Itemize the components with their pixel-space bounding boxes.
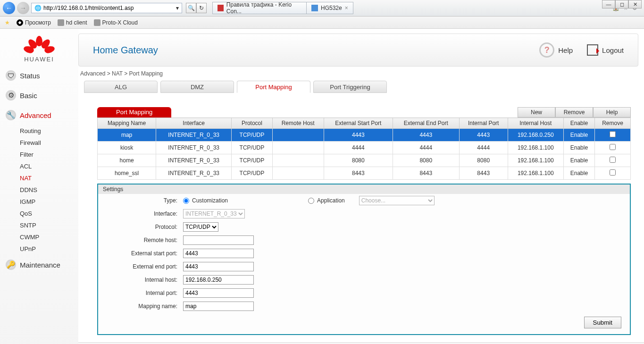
row-protocol: Protocol: TCP/UDP xyxy=(98,220,630,234)
logo: HUAWEI xyxy=(0,33,78,66)
wrench-icon: 🔧 xyxy=(6,110,16,120)
table-cell: TCP/UDP xyxy=(232,154,272,167)
remove-checkbox[interactable] xyxy=(610,169,616,176)
int-host-input[interactable] xyxy=(183,275,254,285)
ext-start-input[interactable] xyxy=(183,249,254,258)
sub-filter[interactable]: Filter xyxy=(20,149,78,160)
nav-status[interactable]: 🛡Status xyxy=(0,66,78,85)
tab-alg[interactable]: ALG xyxy=(84,81,158,93)
favorite-item[interactable]: hd client xyxy=(58,19,87,26)
table-row[interactable]: homeINTERNET_R_0_33TCP/UDP80808080808019… xyxy=(98,154,631,167)
advanced-submenu: Routing Firewall Filter ACL NAT DDNS IGM… xyxy=(0,125,78,255)
table-cell: 4444 xyxy=(324,142,393,154)
submit-button[interactable]: Submit xyxy=(584,317,621,328)
remove-button[interactable]: Remove xyxy=(555,107,593,117)
sub-acl[interactable]: ACL xyxy=(20,160,78,172)
sub-firewall[interactable]: Firewall xyxy=(20,137,78,149)
label-ext-end: External end port: xyxy=(117,263,183,270)
remove-checkbox[interactable] xyxy=(610,157,616,163)
search-icon[interactable]: 🔍 xyxy=(186,3,196,13)
interface-select[interactable]: INTERNET_R_0_33 xyxy=(183,209,245,218)
table-cell: Enable xyxy=(563,142,594,154)
tab-favicon xyxy=(217,5,224,11)
table-help-button[interactable]: Help xyxy=(593,107,631,117)
address-bar[interactable]: 🌐 ▾ xyxy=(31,3,182,13)
help-icon: ? xyxy=(539,42,554,58)
eye-icon xyxy=(17,19,23,26)
application-select[interactable]: Choose... xyxy=(359,196,435,205)
table-cell xyxy=(272,142,324,154)
label-map-name: Mapping name: xyxy=(117,303,183,310)
radio-application[interactable] xyxy=(308,198,314,204)
table-cell: 4443 xyxy=(459,129,508,142)
topbar: Home Gateway ?Help Logout xyxy=(78,34,638,67)
browser-tab[interactable]: HG532e × xyxy=(306,2,353,14)
column-header: Remove xyxy=(595,118,631,129)
add-favorite-icon[interactable]: ★ xyxy=(5,19,10,26)
nav-advanced[interactable]: 🔧Advanced xyxy=(0,105,78,125)
favorite-item[interactable]: Просмотр xyxy=(17,19,51,26)
tab-label: HG532e xyxy=(321,5,342,11)
table-cell: 4443 xyxy=(324,129,393,142)
logout-link[interactable]: Logout xyxy=(587,44,624,56)
remote-host-input[interactable] xyxy=(183,235,254,245)
column-header: External Start Port xyxy=(324,118,393,129)
back-button[interactable]: ← xyxy=(3,2,15,14)
table-cell: 4443 xyxy=(393,129,459,142)
table-cell: INTERNET_R_0_33 xyxy=(156,154,232,167)
table-row[interactable]: kioskINTERNET_R_0_33TCP/UDP4444444444441… xyxy=(98,142,631,154)
remove-checkbox[interactable] xyxy=(610,144,616,150)
table-row[interactable]: mapINTERNET_R_0_33TCP/UDP444344434443192… xyxy=(98,129,631,142)
column-header: External End Port xyxy=(393,118,459,129)
minimize-button[interactable]: — xyxy=(602,0,615,8)
int-port-input[interactable] xyxy=(183,288,254,298)
tab-port-triggering[interactable]: Port Triggering xyxy=(313,81,387,93)
page: HUAWEI 🛡Status ⚙Basic 🔧Advanced Routing … xyxy=(0,29,644,344)
sub-cwmp[interactable]: CWMP xyxy=(20,231,78,243)
protocol-select[interactable]: TCP/UDP xyxy=(183,222,218,232)
radio-customization-label: Customization xyxy=(192,197,228,204)
sub-nat[interactable]: NAT xyxy=(20,172,78,184)
dropdown-icon[interactable]: ▾ xyxy=(176,5,179,11)
close-window-button[interactable]: ✕ xyxy=(628,0,642,8)
table-row[interactable]: home_sslINTERNET_R_0_33TCP/UDP8443844384… xyxy=(98,167,631,180)
column-header: Enable xyxy=(563,118,594,129)
table-cell xyxy=(595,154,631,167)
label-remote: Remote host: xyxy=(117,237,183,243)
tab-port-mapping[interactable]: Port Mapping xyxy=(237,81,310,93)
favorite-item[interactable]: Proto-X Cloud xyxy=(94,19,138,26)
url-input[interactable] xyxy=(43,5,174,11)
row-remote: Remote host: xyxy=(98,234,630,247)
sub-qos[interactable]: QoS xyxy=(20,208,78,219)
port-mapping-table: Mapping NameInterfaceProtocolRemote Host… xyxy=(97,117,631,180)
sub-sntp[interactable]: SNTP xyxy=(20,219,78,231)
close-tab-icon[interactable]: × xyxy=(345,5,348,11)
tab-dmz[interactable]: DMZ xyxy=(160,81,234,93)
forward-button[interactable]: → xyxy=(17,2,29,14)
new-button[interactable]: New xyxy=(518,107,555,117)
browser-tab[interactable]: Правила трафика - Kerio Con... xyxy=(212,2,307,14)
row-type: Type: Customization Application Choose..… xyxy=(98,194,630,207)
nav-basic[interactable]: ⚙Basic xyxy=(0,85,78,105)
radio-customization[interactable] xyxy=(183,198,189,204)
ext-end-input[interactable] xyxy=(183,262,254,271)
table-cell: map xyxy=(98,129,156,142)
sub-igmp[interactable]: IGMP xyxy=(20,196,78,208)
window-controls: — ◻ ✕ xyxy=(602,0,642,8)
table-cell: 4444 xyxy=(393,142,459,154)
map-name-input[interactable] xyxy=(183,302,254,311)
label-type: Type: xyxy=(117,197,183,204)
gear-icon: ⚙ xyxy=(6,90,16,101)
table-cell: kiosk xyxy=(98,142,156,154)
table-cell xyxy=(595,142,631,154)
sub-routing[interactable]: Routing xyxy=(20,125,78,137)
sidebar: HUAWEI 🛡Status ⚙Basic 🔧Advanced Routing … xyxy=(0,29,78,344)
nav-maintenance[interactable]: 🔑Maintenance xyxy=(0,255,78,275)
refresh-icon[interactable]: ↻ xyxy=(196,3,207,13)
help-link[interactable]: ?Help xyxy=(539,42,573,58)
sub-ddns[interactable]: DDNS xyxy=(20,184,78,196)
content: Home Gateway ?Help Logout Advanced > NAT… xyxy=(78,29,644,344)
remove-checkbox[interactable] xyxy=(610,131,616,137)
sub-upnp[interactable]: UPnP xyxy=(20,243,78,255)
maximize-button[interactable]: ◻ xyxy=(615,0,628,8)
